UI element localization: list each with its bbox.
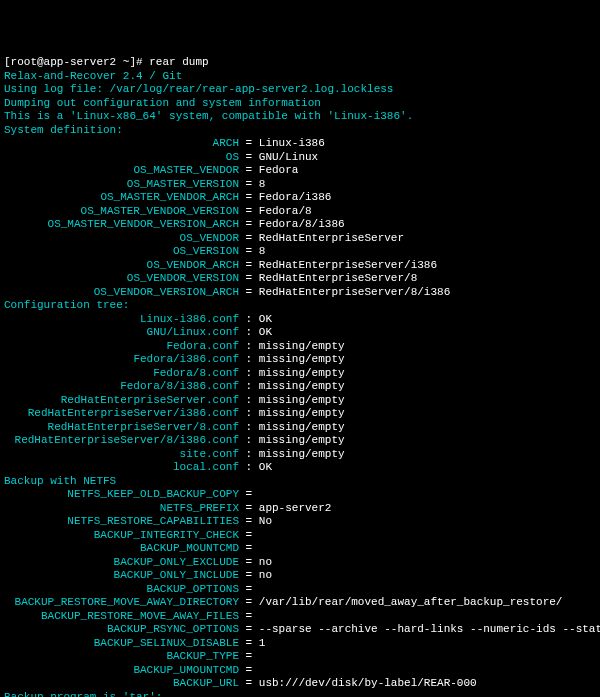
configuration-tree-value: OK: [259, 461, 272, 473]
separator: :: [239, 380, 259, 392]
separator: =: [239, 623, 259, 635]
system-definition-row: OS_MASTER_VENDOR_VERSION = Fedora/8: [4, 205, 312, 217]
header-line: Using log file: /var/log/rear/rear-app-s…: [4, 83, 393, 95]
system-definition-row: OS_VENDOR_VERSION_ARCH = RedHatEnterpris…: [4, 286, 450, 298]
configuration-tree-value: OK: [259, 326, 272, 338]
separator: =: [239, 232, 259, 244]
system-definition-row: ARCH = Linux-i386: [4, 137, 325, 149]
system-definition-value: GNU/Linux: [259, 151, 318, 163]
configuration-tree-row: GNU/Linux.conf : OK: [4, 326, 272, 338]
backup-netfs-value: /var/lib/rear/moved_away_after_backup_re…: [259, 596, 563, 608]
backup-netfs-value: no: [259, 569, 272, 581]
terminal-output: [root@app-server2 ~]# rear dump Relax-an…: [4, 56, 596, 697]
system-definition-key: OS_MASTER_VENDOR_VERSION: [4, 205, 239, 219]
shell-prompt: [root@app-server2 ~]#: [4, 56, 149, 68]
system-definition-row: OS_VENDOR_ARCH = RedHatEnterpriseServer/…: [4, 259, 437, 271]
separator: =: [239, 569, 259, 581]
separator: =: [239, 488, 259, 500]
backup-netfs-title: Backup with NETFS: [4, 475, 116, 487]
separator: =: [239, 556, 259, 568]
separator: =: [239, 259, 259, 271]
system-definition-value: 8: [259, 245, 266, 257]
backup-netfs-row: BACKUP_RSYNC_OPTIONS = --sparse --archiv…: [4, 623, 600, 635]
separator: :: [239, 394, 259, 406]
header-line: Dumping out configuration and system inf…: [4, 97, 321, 109]
configuration-tree-value: OK: [259, 313, 272, 325]
separator: :: [239, 353, 259, 365]
backup-netfs-key: BACKUP_RSYNC_OPTIONS: [4, 623, 239, 637]
configuration-tree-key: Linux-i386.conf: [4, 313, 239, 327]
system-definition-value: RedHatEnterpriseServer/i386: [259, 259, 437, 271]
backup-netfs-key: BACKUP_URL: [4, 677, 239, 691]
separator: =: [239, 583, 259, 595]
separator: =: [239, 286, 259, 298]
system-definition-key: OS_MASTER_VENDOR_ARCH: [4, 191, 239, 205]
system-definition-value: Fedora: [259, 164, 299, 176]
configuration-tree-row: RedHatEnterpriseServer/8/i386.conf : mis…: [4, 434, 345, 446]
configuration-tree-row: RedHatEnterpriseServer.conf : missing/em…: [4, 394, 345, 406]
configuration-tree-key: Fedora.conf: [4, 340, 239, 354]
backup-netfs-row: BACKUP_URL = usb:///dev/disk/by-label/RE…: [4, 677, 477, 689]
system-definition-key: OS_MASTER_VENDOR: [4, 164, 239, 178]
system-definition-row: OS_VENDOR = RedHatEnterpriseServer: [4, 232, 404, 244]
separator: =: [239, 677, 259, 689]
system-definition-value: RedHatEnterpriseServer/8/i386: [259, 286, 450, 298]
separator: :: [239, 340, 259, 352]
backup-netfs-key: BACKUP_RESTORE_MOVE_AWAY_FILES: [4, 610, 239, 624]
configuration-tree-value: missing/empty: [259, 448, 345, 460]
backup-netfs-key: BACKUP_ONLY_EXCLUDE: [4, 556, 239, 570]
backup-netfs-key: BACKUP_MOUNTCMD: [4, 542, 239, 556]
system-definition-row: OS = GNU/Linux: [4, 151, 318, 163]
configuration-tree-title: Configuration tree:: [4, 299, 129, 311]
configuration-tree-row: Fedora.conf : missing/empty: [4, 340, 345, 352]
backup-netfs-row: BACKUP_ONLY_EXCLUDE = no: [4, 556, 272, 568]
backup-netfs-value: 1: [259, 637, 266, 649]
separator: :: [239, 421, 259, 433]
separator: =: [239, 542, 259, 554]
separator: :: [239, 367, 259, 379]
separator: =: [239, 650, 259, 662]
system-definition-key: OS_VENDOR_VERSION: [4, 272, 239, 286]
system-definition-value: Fedora/i386: [259, 191, 332, 203]
configuration-tree-key: RedHatEnterpriseServer/i386.conf: [4, 407, 239, 421]
separator: =: [239, 178, 259, 190]
backup-netfs-row: BACKUP_RESTORE_MOVE_AWAY_FILES =: [4, 610, 259, 622]
configuration-tree-row: Fedora/8/i386.conf : missing/empty: [4, 380, 345, 392]
separator: :: [239, 461, 259, 473]
backup-netfs-key: NETFS_PREFIX: [4, 502, 239, 516]
separator: :: [239, 434, 259, 446]
backup-netfs-value: no: [259, 556, 272, 568]
configuration-tree-value: missing/empty: [259, 421, 345, 433]
backup-netfs-row: NETFS_RESTORE_CAPABILITIES = No: [4, 515, 272, 527]
configuration-tree-row: RedHatEnterpriseServer/8.conf : missing/…: [4, 421, 345, 433]
configuration-tree-value: missing/empty: [259, 434, 345, 446]
backup-netfs-key: BACKUP_RESTORE_MOVE_AWAY_DIRECTORY: [4, 596, 239, 610]
system-definition-key: ARCH: [4, 137, 239, 151]
configuration-tree-key: site.conf: [4, 448, 239, 462]
configuration-tree-row: Linux-i386.conf : OK: [4, 313, 272, 325]
system-definition-row: OS_VERSION = 8: [4, 245, 265, 257]
separator: =: [239, 245, 259, 257]
backup-netfs-key: BACKUP_SELINUX_DISABLE: [4, 637, 239, 651]
backup-netfs-value: No: [259, 515, 272, 527]
backup-program-title: Backup program is 'tar':: [4, 691, 162, 698]
backup-netfs-row: BACKUP_INTEGRITY_CHECK =: [4, 529, 259, 541]
separator: =: [239, 205, 259, 217]
backup-netfs-row: NETFS_PREFIX = app-server2: [4, 502, 331, 514]
configuration-tree-row: Fedora/i386.conf : missing/empty: [4, 353, 345, 365]
system-definition-key: OS_MASTER_VERSION: [4, 178, 239, 192]
backup-netfs-row: BACKUP_RESTORE_MOVE_AWAY_DIRECTORY = /va…: [4, 596, 562, 608]
backup-netfs-row: BACKUP_ONLY_INCLUDE = no: [4, 569, 272, 581]
separator: =: [239, 515, 259, 527]
backup-netfs-key: BACKUP_OPTIONS: [4, 583, 239, 597]
system-definition-value: RedHatEnterpriseServer/8: [259, 272, 417, 284]
separator: =: [239, 137, 259, 149]
backup-netfs-row: BACKUP_TYPE =: [4, 650, 259, 662]
configuration-tree-row: site.conf : missing/empty: [4, 448, 345, 460]
separator: =: [239, 610, 259, 622]
configuration-tree-key: Fedora/i386.conf: [4, 353, 239, 367]
system-definition-key: OS_VENDOR_VERSION_ARCH: [4, 286, 239, 300]
header-line: This is a 'Linux-x86_64' system, compati…: [4, 110, 413, 122]
system-definition-row: OS_VENDOR_VERSION = RedHatEnterpriseServ…: [4, 272, 417, 284]
shell-command: rear dump: [149, 56, 208, 68]
